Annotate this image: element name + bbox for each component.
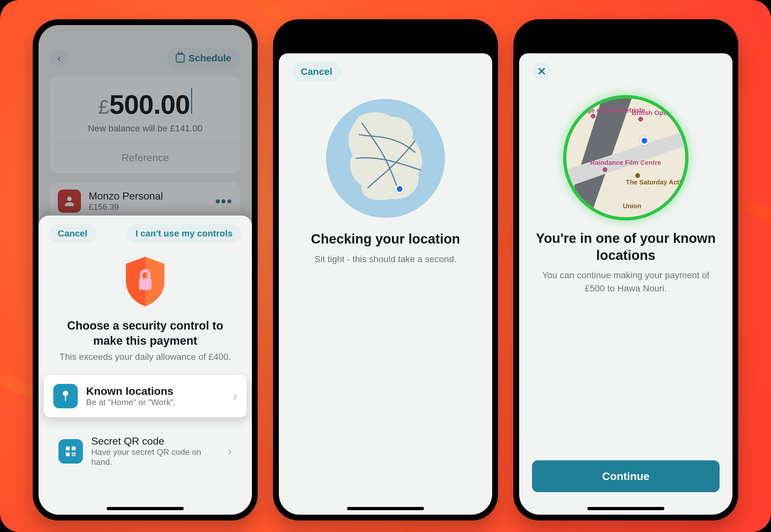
svg-point-5: [591, 114, 596, 119]
home-indicator: [587, 507, 664, 510]
svg-point-6: [638, 117, 643, 121]
poi-label: Raindance Film Centre: [590, 159, 661, 166]
page-title: Checking your location: [292, 231, 479, 248]
option-title: Secret QR code: [91, 435, 219, 447]
marketing-stage: ‹ Schedule £ 500.00 New balance will be …: [0, 0, 771, 532]
location-dot-icon: [395, 184, 404, 193]
shield-lock-icon: [121, 253, 169, 308]
chevron-right-icon: ›: [233, 389, 237, 403]
option-subtitle: Have your secret QR code on hand.: [91, 447, 219, 467]
page-subtitle: You can continue making your payment of …: [532, 269, 720, 295]
sheet-title: Choose a security control to make this p…: [39, 311, 252, 352]
svg-point-8: [635, 173, 640, 178]
map-uk-preview: [326, 99, 445, 218]
option-known-locations[interactable]: Known locations Be at "Home" or "Work". …: [44, 375, 247, 417]
close-icon: ✕: [537, 65, 546, 78]
chevron-right-icon: ›: [228, 444, 232, 458]
cancel-button[interactable]: Cancel: [49, 224, 96, 243]
phone-checking-location: Cancel Checking your location Sit tight …: [273, 19, 498, 520]
location-check-sheet: Cancel Checking your location Sit tight …: [279, 53, 492, 515]
sheet-stack-hint: [526, 46, 725, 59]
page-title: You're in one of your known locations: [532, 230, 720, 264]
pin-icon: [53, 384, 78, 408]
page-subtitle: Sit tight - this should take a second.: [292, 253, 479, 266]
svg-rect-0: [139, 279, 152, 290]
option-subtitle: Be at "Home" or "Work".: [86, 397, 225, 407]
map-street-preview: College of Optometrists British Optical …: [566, 98, 685, 217]
security-control-sheet: Cancel I can't use my controls Choose a …: [39, 216, 252, 515]
poi-label: The Saturday Acting Academy: [626, 179, 685, 186]
poi-label: Union: [623, 202, 642, 209]
option-title: Known locations: [86, 385, 225, 397]
sheet-subtitle: This exceeds your daily allowance of £40…: [39, 352, 252, 362]
status-bar: [519, 25, 732, 48]
svg-point-7: [603, 167, 607, 172]
qr-icon: [58, 439, 83, 464]
home-indicator: [107, 507, 184, 510]
home-indicator: [347, 507, 424, 510]
close-button[interactable]: ✕: [532, 62, 551, 81]
sheet-stack-hint: [286, 46, 485, 59]
option-secret-qr[interactable]: Secret QR code Have your secret QR code …: [49, 426, 242, 476]
phone-location-confirmed: ✕ College of Optometrists British Optica…: [513, 19, 738, 520]
status-bar: [279, 25, 492, 48]
location-confirmed-sheet: ✕ College of Optometrists British Optica…: [519, 53, 732, 515]
poi-label: British Optical Association Museum: [632, 109, 686, 116]
cancel-button[interactable]: Cancel: [292, 62, 341, 82]
phone-security-choice: ‹ Schedule £ 500.00 New balance will be …: [33, 19, 258, 520]
cant-use-controls-button[interactable]: I can't use my controls: [127, 224, 242, 243]
continue-button[interactable]: Continue: [532, 460, 720, 492]
